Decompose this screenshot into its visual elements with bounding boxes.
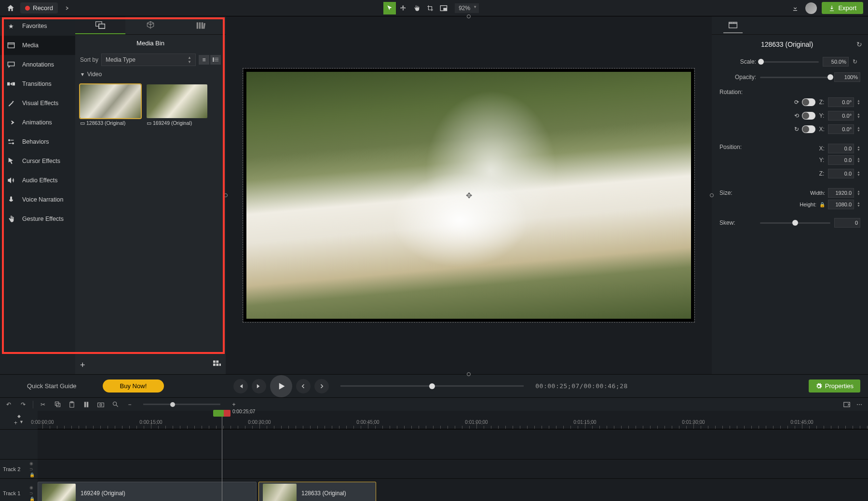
sidebar-item-audio-effects[interactable]: Audio Effects: [0, 171, 75, 190]
resize-handle[interactable]: [467, 14, 471, 18]
marker-button[interactable]: ◆: [17, 414, 21, 419]
canvas-selection[interactable]: ✥: [243, 68, 695, 323]
sidebar-item-favorites[interactable]: ★Favorites: [0, 16, 75, 36]
play-button[interactable]: [270, 375, 292, 397]
sidebar-item-behaviors[interactable]: Behaviors: [0, 132, 75, 151]
bin-tab-3d[interactable]: [125, 16, 176, 34]
cut-button[interactable]: ✂: [38, 400, 48, 409]
quick-start-link[interactable]: Quick Start Guide: [27, 382, 77, 390]
view-list-button[interactable]: ≡: [199, 55, 209, 65]
buy-now-button[interactable]: Buy Now!: [103, 379, 164, 393]
rotation-y-toggle[interactable]: [802, 112, 815, 120]
add-media-button[interactable]: +: [80, 360, 85, 370]
move-tool[interactable]: [397, 2, 409, 14]
sidebar-item-gesture-effects[interactable]: Gesture Effects: [0, 209, 75, 229]
track-2-body[interactable]: [38, 460, 868, 478]
eye-icon[interactable]: ◉: [29, 461, 35, 466]
opacity-slider[interactable]: [760, 77, 830, 78]
reset-all-icon[interactable]: ↻: [856, 41, 862, 48]
media-thumb-2[interactable]: ▭169249 (Original): [147, 84, 207, 126]
scale-slider[interactable]: [760, 61, 819, 63]
crop-tool[interactable]: [424, 2, 436, 14]
export-button[interactable]: Export: [822, 2, 863, 14]
home-button[interactable]: [5, 2, 16, 14]
record-dropdown[interactable]: [62, 3, 72, 14]
lock-aspect-icon[interactable]: 🔒: [819, 202, 825, 207]
paste-button[interactable]: [67, 400, 77, 409]
lock-icon[interactable]: 🔒: [29, 497, 35, 501]
undo-button[interactable]: ↶: [4, 400, 14, 409]
media-thumb-1[interactable]: ▭128633 (Original): [80, 84, 141, 126]
resize-handle[interactable]: [710, 193, 714, 197]
timeline-clip[interactable]: 128633 (Original): [258, 482, 376, 501]
next-clip-button[interactable]: [314, 379, 329, 393]
collapse-tracks-button[interactable]: ▼: [19, 420, 24, 426]
sidebar-item-voice-narration[interactable]: Voice Narration: [0, 190, 75, 209]
zoom-in-button[interactable]: +: [229, 400, 239, 409]
video-icon: ▭: [147, 120, 151, 126]
sidebar-item-visual-effects[interactable]: Visual Effects: [0, 94, 75, 113]
sidebar-item-animations[interactable]: Animations: [0, 113, 75, 132]
opacity-value[interactable]: 100%: [834, 72, 860, 82]
redo-button[interactable]: ↷: [18, 400, 28, 409]
sidebar-item-transitions[interactable]: Transitions: [0, 74, 75, 94]
track-empty-body[interactable]: [38, 430, 868, 459]
skew-slider[interactable]: [760, 222, 830, 224]
canvas[interactable]: ✥: [226, 16, 712, 374]
lock-icon[interactable]: 🔒: [29, 473, 35, 477]
bin-tab-clips[interactable]: [75, 16, 125, 34]
add-track-button[interactable]: +: [14, 420, 17, 426]
scale-value[interactable]: 50.0%: [823, 57, 849, 67]
user-avatar[interactable]: [805, 2, 817, 14]
zoom-search-button[interactable]: [110, 400, 120, 409]
timeline-ruler[interactable]: 0:00:25;07 0:00:00;000:00:15;000:00:30;0…: [38, 411, 868, 429]
bin-tab-library[interactable]: [176, 16, 226, 34]
sidebar-item-cursor-effects[interactable]: Cursor Effects: [0, 151, 75, 171]
next-frame-button[interactable]: [252, 379, 266, 393]
zoom-out-button[interactable]: −: [125, 400, 135, 409]
sort-select[interactable]: Media Type▲▼: [101, 54, 196, 66]
svg-rect-16: [215, 58, 219, 58]
sidebar-item-annotations[interactable]: Annotations: [0, 55, 75, 74]
timeline-clip[interactable]: 169249 (Original): [38, 482, 257, 501]
move-handle-icon[interactable]: ✥: [464, 190, 474, 200]
category-video[interactable]: ▾ Video: [75, 68, 226, 81]
pan-tool[interactable]: [410, 2, 423, 14]
more-button[interactable]: ⋯: [854, 400, 864, 409]
prev-frame-button[interactable]: [233, 379, 248, 393]
view-detail-button[interactable]: [210, 55, 221, 65]
lock-icon[interactable]: ⊃: [29, 467, 35, 472]
toggles-icon: [7, 137, 15, 146]
sidebar-item-media[interactable]: Media: [0, 36, 75, 55]
track-1-body[interactable]: 169249 (Original) 128633 (Original): [38, 479, 868, 501]
record-button[interactable]: Record: [20, 2, 58, 14]
track-2-header[interactable]: Track 2 ◉⊃🔒: [0, 460, 38, 478]
rotation-x-toggle[interactable]: [802, 125, 815, 133]
clip-thumbnail: [263, 484, 297, 501]
pip-tool[interactable]: [437, 2, 450, 14]
rotate-z-icon[interactable]: ⟳: [794, 99, 799, 106]
rotate-y-icon[interactable]: ⟲: [794, 112, 799, 119]
expand-button[interactable]: [842, 400, 852, 409]
rotate-x-icon[interactable]: ↻: [794, 126, 799, 133]
thumbnail-size-button[interactable]: [213, 360, 221, 370]
select-tool[interactable]: [383, 2, 396, 14]
lock-icon[interactable]: ⊃: [29, 491, 35, 496]
rotation-z-toggle[interactable]: [802, 98, 815, 106]
props-tab-video[interactable]: [723, 18, 743, 33]
copy-button[interactable]: [53, 400, 62, 409]
timeline-zoom-slider[interactable]: [143, 404, 220, 405]
download-button[interactable]: [790, 3, 800, 14]
playhead[interactable]: 0:00:25;07: [222, 411, 222, 501]
screenshot-button[interactable]: [96, 400, 106, 409]
properties-button[interactable]: Properties: [809, 379, 860, 393]
track-1-header[interactable]: Track 1 ◉⊃🔒: [0, 479, 38, 501]
zoom-select[interactable]: 92% ▼: [455, 3, 479, 13]
resize-handle[interactable]: [467, 372, 471, 376]
reset-icon[interactable]: ↻: [853, 58, 860, 65]
prev-clip-button[interactable]: [296, 379, 311, 393]
split-button[interactable]: [81, 400, 91, 409]
resize-handle[interactable]: [224, 193, 228, 197]
playback-scrubber[interactable]: [340, 385, 524, 387]
eye-icon[interactable]: ◉: [29, 485, 35, 490]
